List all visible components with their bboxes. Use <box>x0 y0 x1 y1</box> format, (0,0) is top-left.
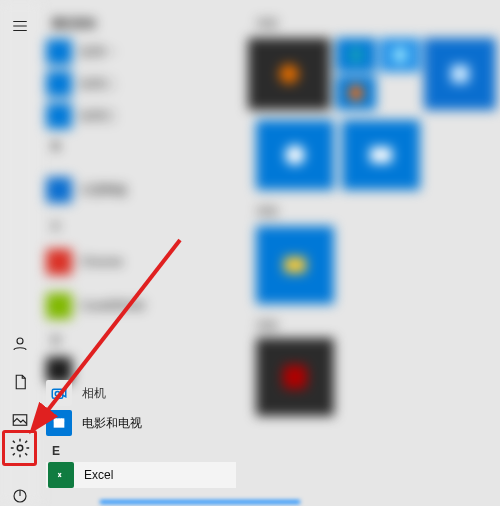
start-expand-button[interactable] <box>0 6 40 46</box>
app-row[interactable]: 百度网盘 <box>46 176 236 204</box>
header-c: C <box>52 220 232 240</box>
tile[interactable] <box>342 120 420 190</box>
tile[interactable] <box>256 338 334 416</box>
tile[interactable] <box>336 38 376 72</box>
svg-point-5 <box>17 445 23 451</box>
app-movies-tv[interactable]: 电影和电视 <box>46 410 226 436</box>
app-row[interactable]: 应用一 <box>46 38 236 66</box>
tile[interactable] <box>336 76 376 110</box>
tile-section-label: 浏览 <box>256 318 278 333</box>
tile[interactable] <box>424 38 496 110</box>
app-row[interactable]: 应用二 <box>46 70 236 98</box>
svg-point-4 <box>55 392 60 397</box>
app-row[interactable]: 应用三 <box>46 102 236 130</box>
header-recent: 最近添加 <box>52 16 232 36</box>
tile-section-label: 浏览 <box>256 204 278 219</box>
taskbar-hint <box>100 500 300 504</box>
app-row[interactable]: CorelDRAW <box>46 292 236 320</box>
svg-point-0 <box>17 338 23 344</box>
excel-icon <box>48 462 74 488</box>
settings-button[interactable] <box>9 437 31 459</box>
tile[interactable] <box>248 38 330 110</box>
app-label: 电影和电视 <box>82 415 142 432</box>
app-row[interactable]: Chrome <box>46 248 236 276</box>
app-excel[interactable]: Excel <box>46 462 236 488</box>
user-account-button[interactable] <box>0 324 40 364</box>
tile[interactable] <box>256 120 334 190</box>
header-b: B <box>52 140 232 160</box>
app-row[interactable]: 相机 <box>46 380 226 406</box>
movies-icon <box>46 410 72 436</box>
documents-button[interactable] <box>0 362 40 402</box>
app-label: Excel <box>84 468 113 482</box>
power-button[interactable] <box>0 476 40 506</box>
svg-rect-3 <box>52 389 63 398</box>
tile[interactable] <box>256 226 334 304</box>
tile[interactable] <box>380 38 420 72</box>
header-e[interactable]: E <box>52 444 60 458</box>
tile-section-label: 浏览 <box>256 16 278 31</box>
header-d: D <box>52 334 232 354</box>
